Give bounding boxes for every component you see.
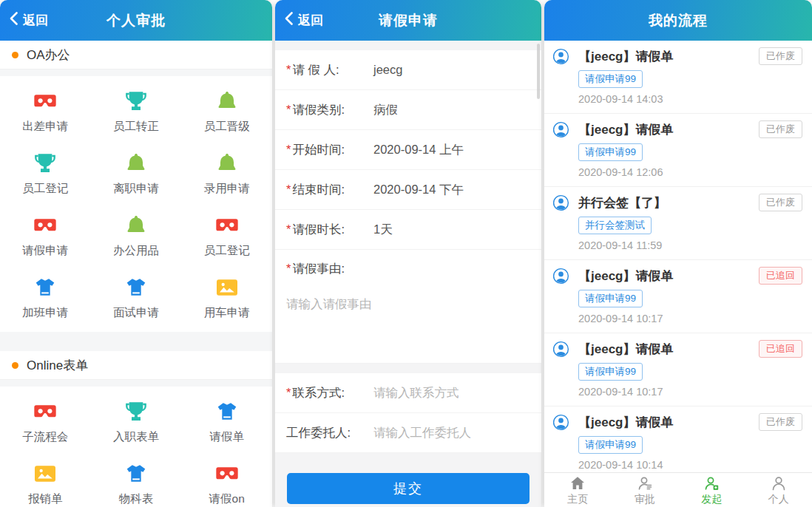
image-icon: [33, 462, 57, 486]
vr-icon: [33, 400, 57, 423]
form-header: 返回 请假申请: [275, 0, 541, 41]
flow-title: 【jeecg】请假单: [578, 268, 759, 285]
section-title: OA办公: [27, 47, 70, 64]
app-item[interactable]: 员工登记: [181, 205, 272, 267]
vr-icon: [33, 89, 57, 113]
required-asterisk: *: [286, 386, 291, 399]
app-item-label: 物科表: [119, 491, 154, 507]
field-label: *请 假 人:: [286, 62, 373, 78]
form-field[interactable]: *结束时间: 2020-09-14 下午: [275, 170, 541, 210]
field-value: 1天: [373, 222, 393, 238]
required-asterisk: *: [286, 143, 291, 156]
back-label: 返回: [23, 12, 48, 29]
app-item[interactable]: 请假单: [181, 391, 272, 453]
form-field[interactable]: 工作委托人: 请输入工作委托人: [275, 413, 541, 453]
app-item[interactable]: 员工晋级: [181, 81, 272, 143]
app-item[interactable]: 员工登记: [0, 143, 91, 205]
section-header: Online表单: [0, 351, 272, 380]
flow-list-item[interactable]: 【jeecg】请假单 已作废 请假申请99 2020-09-14 14:03: [544, 41, 812, 114]
page-title: 请假申请: [379, 11, 438, 30]
person-icon: [770, 474, 788, 492]
app-item[interactable]: 出差申请: [0, 81, 91, 143]
tshirt-icon: [215, 400, 239, 423]
nav-item-审批[interactable]: 审批: [612, 473, 679, 507]
app-item[interactable]: 用车申请: [181, 267, 272, 329]
app-item[interactable]: 员工转正: [91, 81, 182, 143]
field-label: *请假类别:: [286, 102, 373, 118]
avatar-icon: [552, 414, 569, 431]
app-item-label: 面试申请: [113, 305, 159, 321]
app-grid: 子流程会 入职表单 请假单 报销单 物科表 请假on: [0, 387, 272, 507]
back-label: 返回: [298, 12, 323, 29]
form-field[interactable]: *请 假 人: jeecg: [275, 50, 541, 90]
app-item[interactable]: 办公用品: [91, 205, 182, 267]
nav-label: 个人: [768, 493, 789, 506]
form-field[interactable]: *请假类别: 病假: [275, 90, 541, 130]
app-item-label: 请假on: [209, 491, 245, 507]
flow-list-item[interactable]: 【jeecg】请假单 已作废 请假申请99 2020-09-14 10:14: [544, 406, 812, 473]
tshirt-icon: [124, 276, 148, 299]
back-button[interactable]: 返回: [285, 0, 323, 41]
status-badge: 已作废: [759, 47, 802, 65]
page-title: 个人审批: [106, 11, 166, 30]
back-button[interactable]: 返回: [10, 0, 48, 41]
vr-icon: [215, 214, 239, 237]
flow-list-item[interactable]: 【jeecg】请假单 已作废 请假申请99 2020-09-14 12:06: [544, 114, 812, 187]
flow-tag: 请假申请99: [578, 363, 643, 381]
nav-item-个人[interactable]: 个人: [745, 473, 812, 507]
form-field[interactable]: *开始时间: 2020-09-14 上午: [275, 130, 541, 170]
avatar-icon: [552, 194, 569, 211]
app-item[interactable]: 加班申请: [0, 267, 91, 329]
app-item-label: 办公用品: [113, 243, 159, 259]
app-item[interactable]: 面试申请: [91, 267, 182, 329]
required-asterisk: *: [286, 222, 291, 236]
app-item[interactable]: 入职表单: [91, 391, 182, 453]
app-item[interactable]: 物科表: [91, 453, 182, 507]
app-item[interactable]: 离职申请: [91, 143, 182, 205]
section-dot-icon: [12, 52, 18, 58]
reason-field[interactable]: *请假事由: 请输入请假事由: [275, 250, 541, 364]
flows-header: 我的流程: [544, 0, 812, 41]
status-badge: 已作废: [759, 194, 802, 211]
nav-item-发起[interactable]: 发起: [678, 473, 745, 507]
flow-title: 【jeecg】请假单: [578, 121, 759, 138]
flow-tag: 请假申请99: [578, 290, 643, 307]
section-dot-icon: [12, 362, 18, 369]
tshirt-icon: [124, 462, 148, 486]
audit-person-icon: [636, 474, 654, 492]
flow-title: 【jeecg】请假单: [578, 48, 759, 65]
scrollbar[interactable]: [537, 44, 540, 99]
submit-button[interactable]: 提交: [287, 473, 530, 504]
form-field[interactable]: *请假时长: 1天: [275, 210, 541, 250]
bottom-nav: 主页 审批 发起 个人: [544, 472, 812, 507]
app-item-label: 用车申请: [204, 305, 250, 321]
approval-sections: OA办公 出差申请 员工转正 员工晋级 员工登记 离职申请 录用申请 请假申请 …: [0, 41, 272, 507]
tshirt-icon: [33, 276, 57, 299]
bell-icon: [124, 214, 148, 237]
app-item[interactable]: 报销单: [0, 453, 91, 507]
form-body: *请 假 人: jeecg *请假类别: 病假 *开始时间: 2020-09-1…: [275, 41, 541, 507]
app-item[interactable]: 子流程会: [0, 391, 91, 453]
status-badge: 已作废: [759, 413, 802, 431]
submit-area: 提交: [275, 453, 541, 507]
form-field[interactable]: *联系方式: 请输入联系方式: [275, 373, 541, 413]
chevron-left-icon: [10, 12, 18, 29]
avatar-icon: [552, 48, 569, 65]
home-icon: [569, 474, 586, 492]
flow-list-item[interactable]: 并行会签【了】 已作废 并行会签测试 2020-09-14 11:59: [544, 187, 812, 260]
avatar-icon: [552, 341, 569, 358]
flow-timestamp: 2020-09-14 10:14: [578, 459, 802, 471]
trophy-icon: [124, 89, 148, 113]
app-item-label: 出差申请: [22, 119, 68, 135]
flow-tag: 请假申请99: [578, 436, 643, 454]
status-badge: 已作废: [759, 120, 802, 138]
app-item[interactable]: 请假on: [181, 453, 272, 507]
nav-item-主页[interactable]: 主页: [544, 473, 612, 507]
flow-timestamp: 2020-09-14 10:17: [578, 313, 802, 324]
app-item[interactable]: 请假申请: [0, 205, 91, 267]
bell-icon: [215, 152, 239, 175]
flow-list-item[interactable]: 【jeecg】请假单 已追回 请假申请99 2020-09-14 10:17: [544, 260, 812, 333]
flow-list-item[interactable]: 【jeecg】请假单 已追回 请假申请99 2020-09-14 10:17: [544, 333, 812, 406]
field-value: 2020-09-14 下午: [373, 182, 464, 198]
app-item[interactable]: 录用申请: [181, 143, 272, 205]
